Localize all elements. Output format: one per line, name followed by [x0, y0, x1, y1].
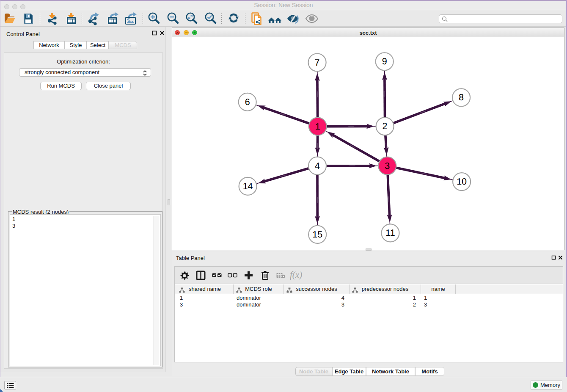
svg-text:7: 7 — [315, 58, 320, 68]
svg-text:3: 3 — [385, 161, 390, 171]
svg-text:11: 11 — [385, 228, 395, 238]
svg-text:15: 15 — [312, 229, 322, 240]
svg-text:4: 4 — [315, 161, 320, 171]
svg-text:9: 9 — [382, 56, 387, 66]
svg-text:6: 6 — [245, 97, 250, 107]
svg-text:14: 14 — [243, 181, 253, 191]
svg-text:1: 1 — [315, 121, 320, 132]
svg-text:10: 10 — [457, 177, 467, 187]
svg-text:8: 8 — [459, 92, 464, 102]
svg-text:2: 2 — [383, 121, 388, 131]
